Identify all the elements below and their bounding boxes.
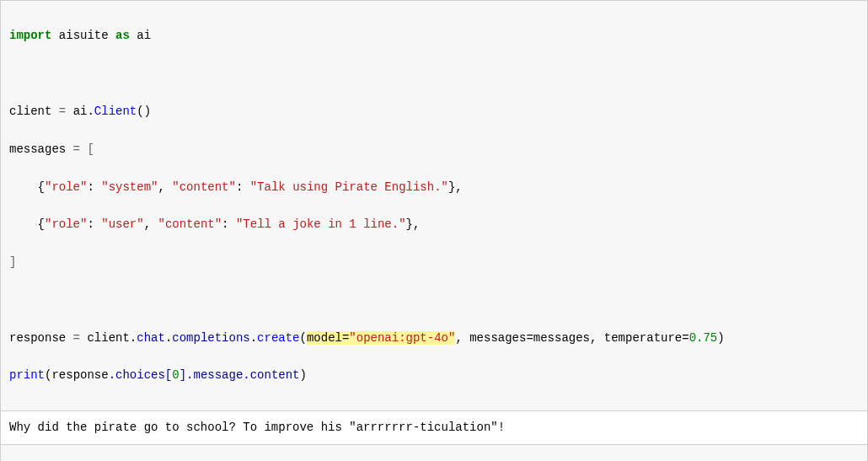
var-response: response <box>9 331 66 345</box>
kw-model: model <box>307 331 342 345</box>
str-role-key: "role" <box>45 180 87 194</box>
ref-response: response <box>51 368 108 382</box>
str-role-val: "user" <box>101 217 143 231</box>
module-name: aisuite <box>59 29 109 42</box>
model-value: "openai:gpt-4o" <box>349 331 455 345</box>
comma: , <box>158 180 172 194</box>
str-role-key: "role" <box>45 217 87 231</box>
str-content-key: "content" <box>172 180 236 194</box>
indent: { <box>9 180 45 194</box>
eq-open: = [ <box>66 142 94 156</box>
output-cell-1: Why did the pirate go to school? To impr… <box>0 411 868 444</box>
colon: : <box>222 217 236 231</box>
ref-ai: ai <box>73 105 88 118</box>
call-print: print <box>9 368 45 382</box>
indent: { <box>9 217 45 231</box>
end-brace: }, <box>406 217 421 231</box>
var-client: client <box>9 105 51 118</box>
call-create: create <box>257 331 299 345</box>
code-cell-1: import aisuite as ai client = ai.Client(… <box>0 0 868 411</box>
str-content-val: "Tell a joke in 1 line." <box>236 217 406 231</box>
close-paren: ) <box>300 368 307 382</box>
num-temp: 0.75 <box>689 331 718 345</box>
keyword-import: import <box>9 29 51 42</box>
attr-chain: .choices[ <box>109 368 173 382</box>
chain-chat: chat <box>137 331 165 345</box>
chain-completions: completions <box>172 331 249 345</box>
end-brace: }, <box>448 180 463 194</box>
attr-chain-2: ].message.content <box>179 368 300 382</box>
paren: () <box>137 105 151 118</box>
dot: . <box>87 105 94 118</box>
var-messages: messages <box>9 142 66 156</box>
index-zero: 0 <box>172 368 179 382</box>
code-cell-2: response = client.chat.completions.creat… <box>0 445 868 461</box>
after-args: , messages=messages, temperature= <box>455 331 689 345</box>
eq: = <box>51 105 72 118</box>
colon: : <box>236 180 250 194</box>
close-bracket: ] <box>9 255 16 269</box>
colon: : <box>87 180 101 194</box>
call-Client: Client <box>94 105 137 118</box>
open-paren: ( <box>300 331 307 345</box>
alias-name: ai <box>137 29 151 42</box>
colon: : <box>87 217 101 231</box>
keyword-as: as <box>115 29 130 42</box>
eq: = <box>66 331 87 345</box>
chain-client: client <box>87 331 129 345</box>
str-content-val: "Talk using Pirate English." <box>250 180 448 194</box>
comma: , <box>144 217 158 231</box>
close-paren: ) <box>717 331 724 345</box>
str-content-key: "content" <box>158 217 222 231</box>
str-role-val: "system" <box>101 180 158 194</box>
